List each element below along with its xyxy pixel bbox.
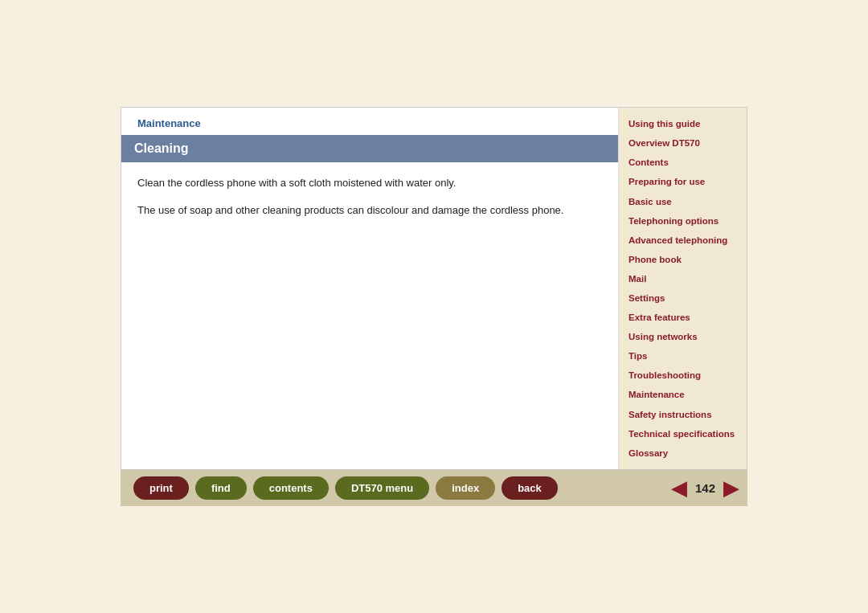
print-button[interactable]: print: [133, 476, 189, 500]
outer-wrapper: Maintenance Cleaning Clean the cordless …: [121, 107, 747, 506]
sidebar-item-maintenance[interactable]: Maintenance: [619, 385, 747, 404]
sidebar-item-contents[interactable]: Contents: [619, 153, 747, 172]
index-button[interactable]: index: [436, 476, 495, 500]
sidebar-item-overview-dt570[interactable]: Overview DT570: [619, 133, 747, 153]
toolbar-nav: ◀ 142 ▶: [671, 477, 747, 498]
contents-button[interactable]: contents: [253, 476, 329, 500]
page-number: 142: [690, 481, 720, 495]
toolbar: print find contents DT570 menu index bac…: [121, 470, 747, 506]
find-button[interactable]: find: [195, 476, 247, 500]
sidebar-item-technical-specifications[interactable]: Technical specifications: [619, 424, 747, 443]
content-para-1: Clean the cordless phone with a soft clo…: [137, 175, 602, 191]
main-container: Maintenance Cleaning Clean the cordless …: [121, 107, 747, 470]
content-area: Maintenance Cleaning Clean the cordless …: [121, 108, 618, 469]
section-title: Cleaning: [134, 141, 189, 155]
sidebar-item-safety-instructions[interactable]: Safety instructions: [619, 405, 747, 424]
toolbar-left: print find contents DT570 menu index bac…: [121, 476, 558, 500]
dt570menu-button[interactable]: DT570 menu: [335, 476, 429, 500]
sidebar: Using this guide Overview DT570 Contents…: [618, 108, 747, 469]
content-para-2: The use of soap and other cleaning produ…: [137, 202, 602, 219]
prev-arrow[interactable]: ◀: [671, 477, 687, 498]
page-wrapper: Maintenance Cleaning Clean the cordless …: [0, 0, 868, 613]
sidebar-item-using-networks[interactable]: Using networks: [619, 327, 747, 346]
back-button[interactable]: back: [502, 476, 558, 500]
sidebar-item-settings[interactable]: Settings: [619, 288, 747, 308]
next-arrow[interactable]: ▶: [723, 477, 739, 498]
sidebar-item-tips[interactable]: Tips: [619, 346, 747, 366]
content-body: Clean the cordless phone with a soft clo…: [121, 162, 618, 242]
sidebar-item-glossary[interactable]: Glossary: [619, 443, 747, 463]
sidebar-item-advanced-telephoning[interactable]: Advanced telephoning: [619, 231, 747, 250]
breadcrumb-text: Maintenance: [137, 117, 201, 129]
sidebar-item-basic-use[interactable]: Basic use: [619, 192, 747, 211]
breadcrumb: Maintenance: [121, 108, 618, 135]
sidebar-item-mail[interactable]: Mail: [619, 269, 747, 288]
sidebar-item-using-this-guide[interactable]: Using this guide: [619, 114, 747, 133]
sidebar-item-troubleshooting[interactable]: Troubleshooting: [619, 366, 747, 385]
section-header: Cleaning: [121, 135, 618, 162]
sidebar-item-telephoning-options[interactable]: Telephoning options: [619, 211, 747, 231]
sidebar-item-preparing-for-use[interactable]: Preparing for use: [619, 172, 747, 191]
sidebar-item-extra-features[interactable]: Extra features: [619, 308, 747, 327]
sidebar-item-phone-book[interactable]: Phone book: [619, 250, 747, 269]
